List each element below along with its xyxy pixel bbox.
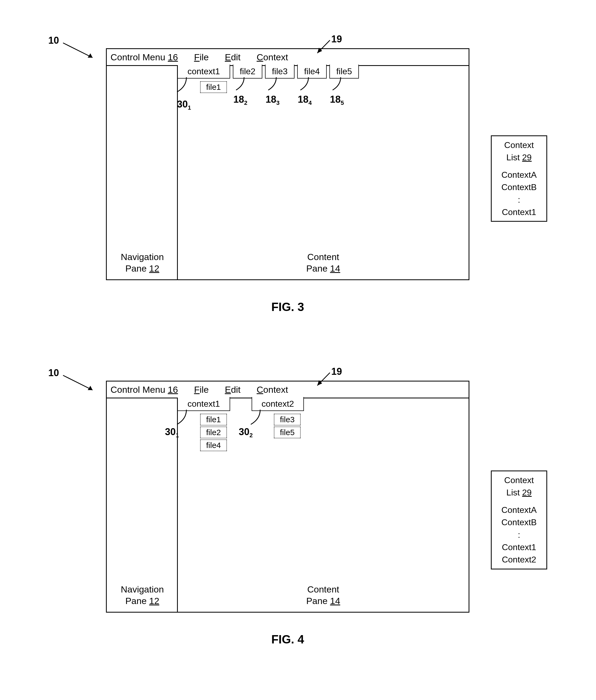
arrow-19-fig3 (315, 40, 331, 56)
nav-pane-fig3 (107, 65, 178, 279)
ref-10-fig4: 10 (48, 367, 59, 379)
context-list-title-fig4: Context (494, 474, 544, 486)
control-menu-label-fig4: Control Menu 16 (110, 385, 178, 395)
subtab-file2-fig4[interactable]: file2 (200, 426, 227, 438)
menu-context-fig4[interactable]: Context (257, 385, 288, 395)
figure-label-3: FIG. 3 (106, 300, 469, 314)
tab-file5-fig3[interactable]: file5 (329, 64, 359, 79)
menu-file-fig4[interactable]: File (194, 385, 209, 395)
subtab-file4-fig4[interactable]: file4 (200, 439, 227, 451)
control-menu-label: Control Menu 16 (110, 52, 178, 62)
svg-line-4 (63, 375, 93, 390)
context-list-box-fig3: Context List 29 ContextA ContextB : Cont… (491, 135, 547, 222)
context-list-item: ContextB (494, 516, 544, 528)
lead-30-1-fig3 (177, 77, 193, 101)
arrow-10-fig4 (63, 375, 103, 394)
lead-18-2 (236, 77, 247, 96)
context-list-item: Context1 (494, 541, 544, 553)
ref-19-fig4: 19 (331, 366, 342, 377)
window-body-fig3: Navigation Pane 12 Content Pane 14 conte… (107, 65, 469, 279)
context-list-item: : (494, 529, 544, 541)
subtab-file1-fig4[interactable]: file1 (200, 414, 227, 425)
context-list-item: : (494, 193, 544, 206)
context-list-title: Context (494, 139, 544, 151)
lead-18-5 (332, 77, 343, 96)
ref-18-5: 185 (330, 94, 344, 106)
menu-edit-fig4[interactable]: Edit (225, 385, 241, 395)
context-list-item: ContextA (494, 168, 544, 181)
context-list-title2-fig4: List 29 (494, 486, 544, 499)
subtab-file3-fig4[interactable]: file3 (274, 414, 301, 425)
ref-18-4: 184 (298, 94, 312, 106)
tab-file2-fig3[interactable]: file2 (233, 64, 262, 79)
content-pane-label-fig4: Content Pane 14 (178, 584, 469, 606)
lead-18-4 (300, 77, 311, 96)
tab-file3-fig3[interactable]: file3 (265, 64, 295, 79)
context-list-box-fig4: Context List 29 ContextA ContextB : Cont… (491, 470, 547, 569)
tab-file4-fig3[interactable]: file4 (297, 64, 327, 79)
ref-30-1-fig4: 301 (165, 426, 179, 439)
tab-context2-fig4[interactable]: context2 (252, 397, 304, 411)
nav-pane-label-fig3: Navigation Pane 12 (107, 251, 178, 274)
lead-30-2-fig4 (251, 410, 267, 434)
context-list-item: ContextB (494, 181, 544, 193)
ref-18-3: 183 (266, 94, 279, 106)
svg-line-0 (63, 43, 93, 58)
arrow-10-fig3 (63, 43, 103, 62)
ref-10-fig3: 10 (48, 35, 59, 46)
window-body-fig4: Navigation Pane 12 Content Pane 14 conte… (107, 397, 469, 612)
menu-context-fig3[interactable]: Context (257, 52, 288, 62)
ref-19-fig3: 19 (331, 33, 342, 45)
context-list-title2: List 29 (494, 151, 544, 163)
ref-30-2-fig4: 302 (239, 426, 253, 439)
context-list-item: ContextA (494, 504, 544, 516)
menu-edit-fig3[interactable]: Edit (225, 52, 241, 62)
figure-label-4: FIG. 4 (106, 633, 469, 646)
window-fig3: Control Menu 16 File Edit Context Naviga… (106, 48, 469, 280)
lead-18-3 (268, 77, 279, 96)
menu-file-fig3[interactable]: File (194, 52, 209, 62)
subtab-file1-fig3[interactable]: file1 (200, 81, 227, 93)
control-menu-fig4: Control Menu 16 File Edit Context (107, 382, 469, 398)
context-list-item: Context2 (494, 553, 544, 566)
subtab-file5-fig4[interactable]: file5 (274, 426, 301, 438)
window-fig4: Control Menu 16 File Edit Context Naviga… (106, 381, 469, 613)
lead-30-1-fig4 (177, 410, 193, 434)
arrow-19-fig4 (315, 373, 331, 389)
ref-18-2: 182 (233, 94, 247, 106)
tab-context1-fig3[interactable]: context1 (178, 64, 230, 79)
nav-pane-label-fig4: Navigation Pane 12 (107, 584, 178, 606)
content-pane-label-fig3: Content Pane 14 (178, 251, 469, 274)
control-menu-fig3: Control Menu 16 File Edit Context (107, 49, 469, 66)
ref-30-1-fig3: 301 (177, 99, 191, 111)
context-list-item: Context1 (494, 206, 544, 218)
tab-context1-fig4[interactable]: context1 (178, 397, 230, 411)
